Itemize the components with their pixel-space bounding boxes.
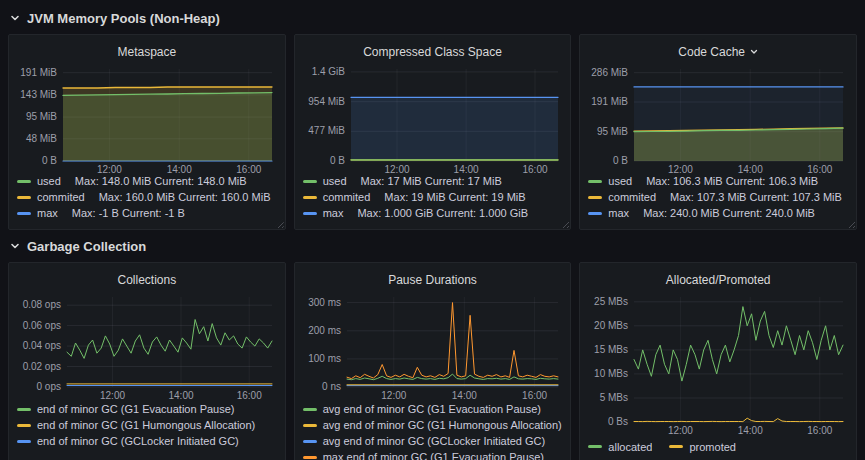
legend-item[interactable]: promoted xyxy=(669,439,735,455)
series-color-marker xyxy=(17,180,31,183)
svg-text:15 MBs: 15 MBs xyxy=(594,344,628,355)
collections-chart[interactable]: 0 ops0.02 ops0.04 ops0.06 ops0.08 ops12:… xyxy=(17,291,278,401)
svg-text:286 MiB: 286 MiB xyxy=(592,66,629,77)
legend-item-commited[interactable]: commited Max: 160.0 MiB Current: 160.0 M… xyxy=(17,189,277,205)
series-color-marker xyxy=(303,212,317,215)
allocated-promoted-legend: allocated promoted xyxy=(588,436,848,455)
pause-durations-legend: avg end of minor GC (G1 Evacuation Pause… xyxy=(303,401,563,460)
svg-text:16:00: 16:00 xyxy=(522,164,547,173)
panel-title-text: Collections xyxy=(117,273,176,287)
legend-label: used xyxy=(37,173,61,189)
legend-item[interactable]: allocated xyxy=(588,439,652,455)
legend-item[interactable]: max end of minor GC (G1 Evacuation Pause… xyxy=(303,449,563,460)
pause-durations-chart[interactable]: 0 ns100 ms200 ms300 ms12:0014:0016:00 xyxy=(303,291,564,401)
svg-text:14:00: 14:00 xyxy=(453,164,478,173)
legend-stats: Max: 19 MiB Current: 19 MiB xyxy=(384,189,525,205)
legend-item-commited[interactable]: commited Max: 19 MiB Current: 19 MiB xyxy=(303,189,563,205)
legend-item[interactable]: avg end of minor GC (GCLocker Initiated … xyxy=(303,433,563,449)
series-color-marker xyxy=(303,408,317,411)
legend-item-max[interactable]: max Max: 240.0 MiB Current: 240.0 MiB xyxy=(588,205,848,221)
series-color-marker xyxy=(303,424,317,427)
series-color-marker xyxy=(17,212,31,215)
chevron-down-icon xyxy=(10,241,20,251)
legend-stats: Max: -1 B Current: -1 B xyxy=(72,205,185,221)
panel-title-compressed-class-space[interactable]: Compressed Class Space xyxy=(303,41,563,63)
section-header-jvm-memory-pools[interactable]: JVM Memory Pools (Non-Heap) xyxy=(8,8,857,28)
series-color-marker xyxy=(303,456,317,459)
legend-item[interactable]: end of minor GC (G1 Evacuation Pause) xyxy=(17,401,277,417)
series-color-marker xyxy=(588,196,602,199)
legend-item-used[interactable]: used Max: 148.0 MiB Current: 148.0 MiB xyxy=(17,173,277,189)
legend-item[interactable]: avg end of minor GC (G1 Evacuation Pause… xyxy=(303,401,563,417)
svg-text:14:00: 14:00 xyxy=(738,425,763,436)
legend-stats: Max: 107.3 MiB Current: 107.3 MiB xyxy=(670,189,842,205)
collections-legend: end of minor GC (G1 Evacuation Pause) en… xyxy=(17,401,277,449)
panel-code-cache: Code Cache 0 B95 MiB191 MiB286 MiB12:001… xyxy=(579,34,857,230)
panel-title-metaspace[interactable]: Metaspace xyxy=(17,41,277,63)
panel-allocated-promoted: Allocated/Promoted 0 Bs5 MBs10 MBs15 MBs… xyxy=(579,262,857,460)
legend-label: max xyxy=(608,205,629,221)
panel-title-text: Metaspace xyxy=(117,45,176,59)
legend-item[interactable]: avg end of minor GC (G1 Humongous Alloca… xyxy=(303,417,563,433)
legend-item-used[interactable]: used Max: 106.3 MiB Current: 106.3 MiB xyxy=(588,173,848,189)
panel-title-text: Code Cache xyxy=(678,45,745,59)
panel-title-pause-durations[interactable]: Pause Durations xyxy=(303,269,563,291)
legend-label: used xyxy=(608,173,632,189)
svg-text:12:00: 12:00 xyxy=(384,164,409,173)
series-color-marker xyxy=(303,440,317,443)
svg-text:0 B: 0 B xyxy=(613,155,628,166)
panel-menu-caret-icon[interactable] xyxy=(750,45,758,59)
svg-text:16:00: 16:00 xyxy=(808,164,833,173)
metaspace-chart[interactable]: 0 B48 MiB95 MiB143 MiB191 MiB12:0014:001… xyxy=(17,63,278,173)
legend-label: max xyxy=(323,205,344,221)
svg-text:16:00: 16:00 xyxy=(808,425,833,436)
legend-item[interactable]: end of minor GC (GCLocker Initiated GC) xyxy=(17,433,277,449)
svg-text:16:00: 16:00 xyxy=(237,390,262,401)
panel-title-collections[interactable]: Collections xyxy=(17,269,277,291)
series-color-marker xyxy=(17,440,31,443)
panel-title-allocated-promoted[interactable]: Allocated/Promoted xyxy=(588,269,848,291)
allocated-promoted-chart[interactable]: 0 Bs5 MBs10 MBs15 MBs20 MBs25 MBs12:0014… xyxy=(588,291,849,436)
chevron-down-icon xyxy=(10,13,20,23)
legend-stats: Max: 160.0 MiB Current: 160.0 MiB xyxy=(99,189,271,205)
code-cache-chart[interactable]: 0 B95 MiB191 MiB286 MiB12:0014:0016:00 xyxy=(588,63,849,173)
legend-label: max xyxy=(37,205,58,221)
svg-text:16:00: 16:00 xyxy=(522,390,547,401)
legend-item[interactable]: end of minor GC (G1 Humongous Allocation… xyxy=(17,417,277,433)
section-header-garbage-collection[interactable]: Garbage Collection xyxy=(8,236,857,256)
panel-title-code-cache[interactable]: Code Cache xyxy=(588,41,848,63)
panel-title-text: Compressed Class Space xyxy=(363,45,502,59)
panel-metaspace: Metaspace 0 B48 MiB95 MiB143 MiB191 MiB1… xyxy=(8,34,286,230)
series-color-marker xyxy=(303,196,317,199)
svg-text:25 MBs: 25 MBs xyxy=(594,296,628,307)
legend-label: max end of minor GC (G1 Evacuation Pause… xyxy=(323,449,544,460)
svg-text:12:00: 12:00 xyxy=(668,425,693,436)
svg-text:0.06 ops: 0.06 ops xyxy=(23,320,61,331)
legend-item-used[interactable]: used Max: 17 MiB Current: 17 MiB xyxy=(303,173,563,189)
legend-item-max[interactable]: max Max: -1 B Current: -1 B xyxy=(17,205,277,221)
compressed-class-space-chart[interactable]: 0 B477 MiB954 MiB1.4 GiB12:0014:0016:00 xyxy=(303,63,564,173)
legend-label: used xyxy=(323,173,347,189)
svg-text:0.02 ops: 0.02 ops xyxy=(23,361,61,372)
series-color-marker xyxy=(303,180,317,183)
svg-text:48 MiB: 48 MiB xyxy=(26,132,57,143)
legend-label: avg end of minor GC (G1 Humongous Alloca… xyxy=(323,417,562,433)
panel-row-memory: Metaspace 0 B48 MiB95 MiB143 MiB191 MiB1… xyxy=(8,34,857,230)
series-color-marker xyxy=(588,212,602,215)
panel-title-text: Pause Durations xyxy=(388,273,477,287)
metaspace-legend: used Max: 148.0 MiB Current: 148.0 MiB c… xyxy=(17,173,277,221)
legend-label: end of minor GC (G1 Humongous Allocation… xyxy=(37,417,255,433)
legend-item-max[interactable]: max Max: 1.000 GiB Current: 1.000 GiB xyxy=(303,205,563,221)
series-color-marker xyxy=(17,196,31,199)
legend-item-commited[interactable]: commited Max: 107.3 MiB Current: 107.3 M… xyxy=(588,189,848,205)
panel-collections: Collections 0 ops0.02 ops0.04 ops0.06 op… xyxy=(8,262,286,460)
svg-text:14:00: 14:00 xyxy=(451,390,476,401)
panel-pause-durations: Pause Durations 0 ns100 ms200 ms300 ms12… xyxy=(294,262,572,460)
series-color-marker xyxy=(17,424,31,427)
panel-title-text: Allocated/Promoted xyxy=(666,273,771,287)
legend-stats: Max: 240.0 MiB Current: 240.0 MiB xyxy=(643,205,815,221)
svg-text:0.08 ops: 0.08 ops xyxy=(23,299,61,310)
svg-text:954 MiB: 954 MiB xyxy=(308,95,345,106)
section-title: Garbage Collection xyxy=(27,239,146,254)
svg-text:191 MiB: 191 MiB xyxy=(20,66,57,77)
